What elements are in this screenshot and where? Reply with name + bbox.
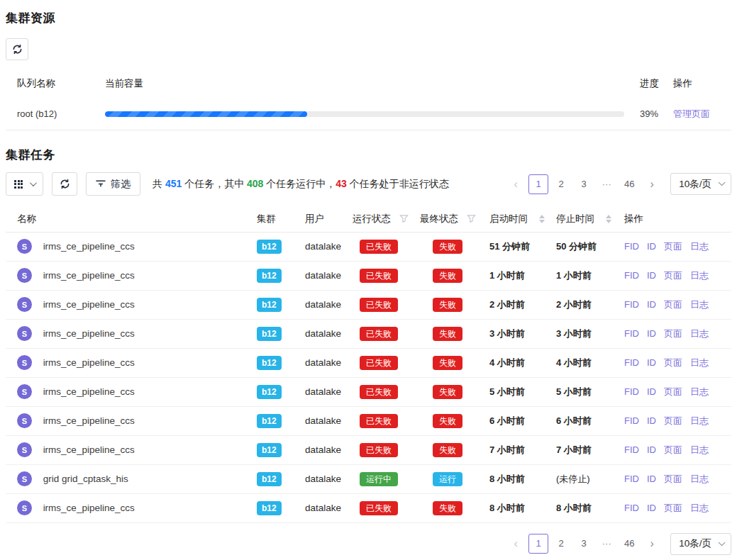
action-link-log[interactable]: 日志 (690, 328, 709, 339)
action-link-log[interactable]: 日志 (690, 386, 709, 397)
stop-time-cell: 5 小时前 (552, 377, 624, 406)
action-link-fid[interactable]: FID (624, 415, 639, 426)
user-cell: datalake (305, 406, 353, 435)
cluster-badge: b12 (257, 385, 282, 399)
action-link-id[interactable]: ID (647, 415, 656, 426)
table-row: S grid grid_cptask_his b12 datalake 运行中 … (6, 464, 731, 493)
action-link-id[interactable]: ID (647, 444, 656, 455)
cluster-badge: b12 (257, 327, 282, 341)
final-status-badge: 失败 (433, 414, 462, 428)
funnel-filter-icon[interactable] (399, 214, 409, 223)
action-link-page[interactable]: 页面 (664, 444, 682, 455)
action-link-id[interactable]: ID (647, 328, 656, 339)
column-settings-button[interactable] (6, 172, 43, 196)
table-row: S irms_ce_pipeline_ccs b12 datalake 已失败 … (6, 493, 731, 522)
action-link-page[interactable]: 页面 (664, 503, 682, 513)
action-link-id[interactable]: ID (647, 270, 656, 281)
action-link-id[interactable]: ID (647, 357, 656, 368)
action-link-id[interactable]: ID (647, 503, 656, 513)
action-link-page[interactable]: 页面 (664, 415, 682, 426)
tasks-refresh-button[interactable] (52, 172, 77, 196)
task-name: irms_ce_pipeline_ccs (43, 270, 135, 281)
action-link-log[interactable]: 日志 (690, 357, 709, 368)
cluster-badge: b12 (257, 298, 282, 312)
action-link-log[interactable]: 日志 (690, 503, 709, 513)
pagination-next-button[interactable]: › (642, 534, 662, 554)
pagination-prev-button[interactable]: ‹ (506, 174, 526, 194)
action-link-page[interactable]: 页面 (664, 328, 682, 339)
action-link-page[interactable]: 页面 (664, 241, 682, 252)
pagination-page-3[interactable]: 3 (574, 174, 594, 194)
action-link-fid[interactable]: FID (624, 357, 639, 368)
user-cell: datalake (305, 348, 353, 377)
action-link-fid[interactable]: FID (624, 270, 639, 281)
cluster-badge: b12 (257, 240, 282, 254)
final-status-badge: 失败 (433, 240, 462, 254)
action-link-id[interactable]: ID (647, 474, 656, 484)
final-status-badge: 失败 (433, 327, 462, 341)
pagination-page-1[interactable]: 1 (528, 174, 548, 194)
pagination-page-46[interactable]: 46 (619, 174, 639, 194)
action-link-fid[interactable]: FID (624, 444, 639, 455)
pagination-page-2[interactable]: 2 (551, 534, 571, 554)
action-link-page[interactable]: 页面 (664, 474, 682, 484)
pagination-page-1[interactable]: 1 (528, 534, 548, 554)
user-cell: datalake (305, 435, 353, 464)
final-status-column-header: 最终状态 (420, 213, 458, 225)
name-column-header: 名称 (6, 206, 257, 232)
sort-carets-icon[interactable] (606, 215, 611, 223)
page-size-select[interactable]: 10条/页 (670, 173, 731, 195)
avatar: S (17, 297, 32, 312)
resources-table: 队列名称 当前容量 进度 操作 root (b12) 39% 管理页面 (6, 69, 731, 130)
action-link-page[interactable]: 页面 (664, 270, 682, 281)
pagination-page-2[interactable]: 2 (551, 174, 571, 194)
user-cell: datalake (305, 464, 353, 493)
pagination: ‹123···46›10条/页 (503, 173, 731, 195)
action-link-fid[interactable]: FID (624, 386, 639, 397)
cluster-badge: b12 (257, 269, 282, 283)
task-table-body: S irms_ce_pipeline_ccs b12 datalake 已失败 … (6, 232, 731, 522)
run-status-column-header: 运行状态 (353, 213, 391, 225)
action-link-page[interactable]: 页面 (664, 386, 682, 397)
filter-button-label: 筛选 (111, 178, 131, 191)
action-link-page[interactable]: 页面 (664, 357, 682, 368)
action-link-fid[interactable]: FID (624, 241, 639, 252)
pagination-page-3[interactable]: 3 (574, 534, 594, 554)
pagination-next-button[interactable]: › (642, 174, 662, 194)
sort-carets-icon[interactable] (539, 215, 545, 223)
run-status-badge: 已失败 (360, 240, 398, 254)
pagination-prev-button[interactable]: ‹ (506, 534, 526, 554)
final-status-badge: 失败 (433, 356, 462, 370)
action-link-log[interactable]: 日志 (690, 444, 709, 455)
final-status-badge: 失败 (433, 298, 462, 312)
stop-time-cell: 1 小时前 (552, 261, 624, 290)
action-link-log[interactable]: 日志 (690, 474, 709, 484)
start-time-cell: 8 小时前 (485, 464, 552, 493)
avatar: S (17, 471, 32, 486)
action-link-log[interactable]: 日志 (690, 241, 709, 252)
user-cell: datalake (305, 319, 353, 348)
pagination-page-46[interactable]: 46 (619, 534, 639, 554)
action-link-page[interactable]: 页面 (664, 299, 682, 310)
resources-refresh-button[interactable] (6, 38, 28, 60)
task-name: irms_ce_pipeline_ccs (43, 503, 135, 513)
cluster-column-header: 集群 (257, 206, 305, 232)
action-link-fid[interactable]: FID (624, 503, 639, 513)
action-link-fid[interactable]: FID (624, 299, 639, 310)
action-link-log[interactable]: 日志 (690, 415, 709, 426)
action-link-id[interactable]: ID (647, 299, 656, 310)
funnel-filter-icon[interactable] (467, 214, 476, 223)
action-link-id[interactable]: ID (647, 386, 656, 397)
final-status-badge: 运行 (433, 472, 462, 486)
action-link-id[interactable]: ID (647, 241, 656, 252)
manage-page-link[interactable]: 管理页面 (673, 108, 710, 119)
action-link-log[interactable]: 日志 (690, 270, 709, 281)
table-row: S irms_ce_pipeline_ccs b12 datalake 已失败 … (6, 348, 731, 377)
start-time-cell: 51 分钟前 (485, 232, 552, 261)
page-size-label: 10条/页 (679, 178, 711, 191)
action-link-fid[interactable]: FID (624, 328, 639, 339)
action-link-log[interactable]: 日志 (690, 299, 709, 310)
page-size-select[interactable]: 10条/页 (670, 533, 731, 555)
filter-button[interactable]: 筛选 (86, 172, 140, 196)
action-link-fid[interactable]: FID (624, 474, 639, 484)
